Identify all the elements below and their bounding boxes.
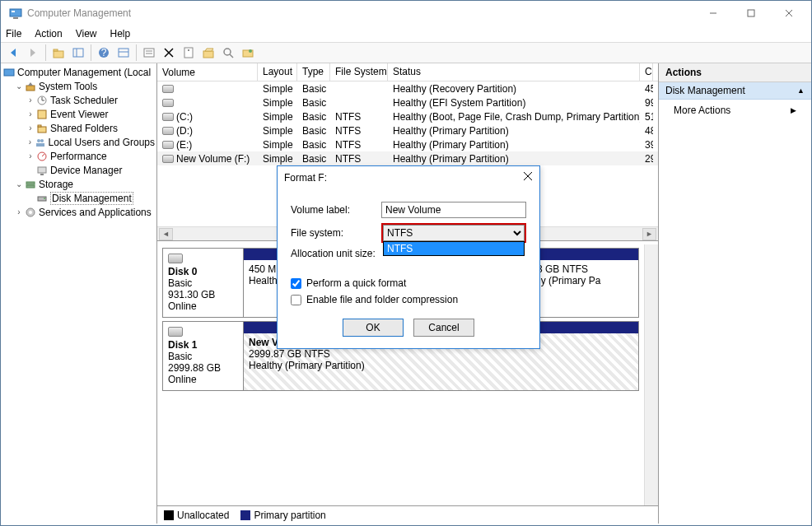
col-type[interactable]: Type [297, 63, 330, 81]
help-button[interactable]: ? [95, 44, 113, 62]
svg-point-47 [29, 211, 32, 214]
up-button[interactable] [49, 44, 68, 62]
svg-text:?: ? [101, 47, 107, 58]
svg-rect-2 [13, 17, 18, 19]
actions-more[interactable]: More Actions ▶ [659, 100, 811, 121]
volume-label-label: Volume label: [291, 204, 381, 216]
svg-rect-28 [26, 86, 35, 91]
tree-shared-folders[interactable]: ›Shared Folders [2, 121, 155, 135]
tree-services[interactable]: ›Services and Applications [2, 205, 155, 219]
svg-point-36 [40, 139, 44, 142]
drive-icon [162, 85, 174, 93]
svg-rect-22 [203, 51, 213, 58]
ok-button[interactable]: OK [343, 319, 404, 337]
tree-system-tools[interactable]: ⌄ System Tools [2, 79, 155, 93]
tree-task-scheduler[interactable]: ›Task Scheduler [2, 93, 155, 107]
menu-action[interactable]: Action [35, 28, 62, 40]
forward-button[interactable] [24, 44, 42, 62]
tree-root[interactable]: Computer Management (Local [2, 65, 155, 79]
open-button[interactable] [199, 44, 217, 62]
views-button[interactable] [114, 44, 133, 62]
svg-rect-0 [10, 9, 21, 16]
svg-rect-33 [38, 127, 46, 133]
col-status[interactable]: Status [388, 63, 640, 81]
show-hide-tree-button[interactable] [69, 44, 87, 62]
tree-event-viewer[interactable]: ›Event Viewer [2, 107, 155, 121]
actions-header: Actions [659, 63, 811, 82]
svg-rect-34 [38, 125, 41, 127]
col-volume[interactable]: Volume [157, 63, 258, 81]
file-system-option[interactable]: NTFS [384, 242, 524, 255]
actions-section[interactable]: Disk Management ▲ [659, 82, 811, 100]
drive-icon [162, 113, 174, 121]
chevron-right-icon: ▶ [791, 106, 796, 114]
volume-row[interactable]: SimpleBasicHealthy (EFI System Partition… [157, 95, 658, 109]
quick-format-checkbox[interactable] [291, 278, 301, 289]
tree-storage[interactable]: ⌄Storage [2, 177, 155, 191]
drive-icon [162, 155, 174, 163]
minimize-button[interactable] [694, 2, 732, 25]
svg-point-35 [37, 139, 40, 142]
dialog-title: Format F: [284, 172, 327, 184]
menu-view[interactable]: View [76, 28, 97, 40]
svg-rect-9 [73, 49, 83, 57]
svg-point-45 [44, 198, 45, 199]
svg-rect-7 [54, 51, 63, 58]
back-button[interactable] [4, 44, 22, 62]
volume-label-input[interactable] [381, 202, 526, 218]
window-title: Computer Management [27, 7, 694, 19]
titlebar: Computer Management [1, 1, 811, 26]
svg-point-21 [188, 49, 189, 51]
volume-row[interactable]: New Volume (F:)SimpleBasicNTFSHealthy (P… [157, 151, 658, 165]
close-button[interactable] [770, 2, 808, 25]
menu-file[interactable]: File [6, 28, 21, 40]
tree-performance[interactable]: ›Performance [2, 149, 155, 163]
svg-rect-20 [184, 48, 193, 58]
tree-device-manager[interactable]: Device Manager [2, 163, 155, 177]
compression-label: Enable file and folder compression [306, 294, 458, 305]
compression-checkbox[interactable] [291, 295, 301, 305]
collapse-icon: ▲ [797, 86, 805, 95]
toolbar: ? [1, 42, 811, 63]
svg-point-26 [249, 49, 252, 53]
file-system-dropdown: NTFS [383, 241, 525, 256]
tree-pane: Computer Management (Local ⌄ System Tool… [1, 63, 157, 524]
drive-icon [162, 127, 174, 135]
svg-line-39 [42, 154, 44, 156]
svg-rect-32 [38, 110, 46, 119]
svg-rect-1 [12, 11, 15, 12]
drive-icon [162, 141, 174, 149]
volume-row[interactable]: (C:)SimpleBasicNTFSHealthy (Boot, Page F… [157, 109, 658, 123]
file-system-select[interactable]: NTFS [383, 225, 525, 241]
menu-help[interactable]: Help [110, 28, 131, 40]
tree-local-users[interactable]: ›Local Users and Groups [2, 135, 155, 149]
volume-row[interactable]: (D:)SimpleBasicNTFSHealthy (Primary Part… [157, 123, 658, 137]
col-layout[interactable]: Layout [258, 63, 297, 81]
refresh-button[interactable] [140, 44, 158, 62]
volume-row[interactable]: (E:)SimpleBasicNTFSHealthy (Primary Part… [157, 137, 658, 151]
maximize-button[interactable] [732, 2, 770, 25]
delete-button[interactable] [160, 44, 178, 62]
svg-rect-4 [748, 10, 754, 16]
volume-row[interactable]: SimpleBasicHealthy (Recovery Partition)4… [157, 81, 658, 95]
settings-button[interactable] [239, 44, 257, 62]
svg-rect-27 [4, 69, 14, 76]
tree-disk-management[interactable]: Disk Management [2, 191, 155, 205]
col-capacity[interactable]: C [640, 63, 653, 81]
vertical-scrollbar[interactable] [644, 244, 658, 505]
rescan-button[interactable] [219, 44, 237, 62]
svg-rect-13 [119, 49, 128, 57]
col-filesystem[interactable]: File System [330, 63, 388, 81]
svg-rect-40 [38, 167, 46, 173]
svg-rect-37 [36, 143, 44, 147]
svg-rect-43 [26, 185, 35, 188]
file-system-label: File system: [291, 227, 381, 239]
allocation-size-label: Allocation unit size: [291, 248, 381, 259]
cancel-button[interactable]: Cancel [413, 319, 474, 337]
disk-icon [168, 254, 238, 266]
dialog-close-button[interactable] [523, 171, 533, 184]
svg-point-23 [224, 49, 231, 55]
drive-icon [162, 99, 174, 107]
properties-button[interactable] [180, 44, 198, 62]
menubar: File Action View Help [1, 26, 811, 42]
